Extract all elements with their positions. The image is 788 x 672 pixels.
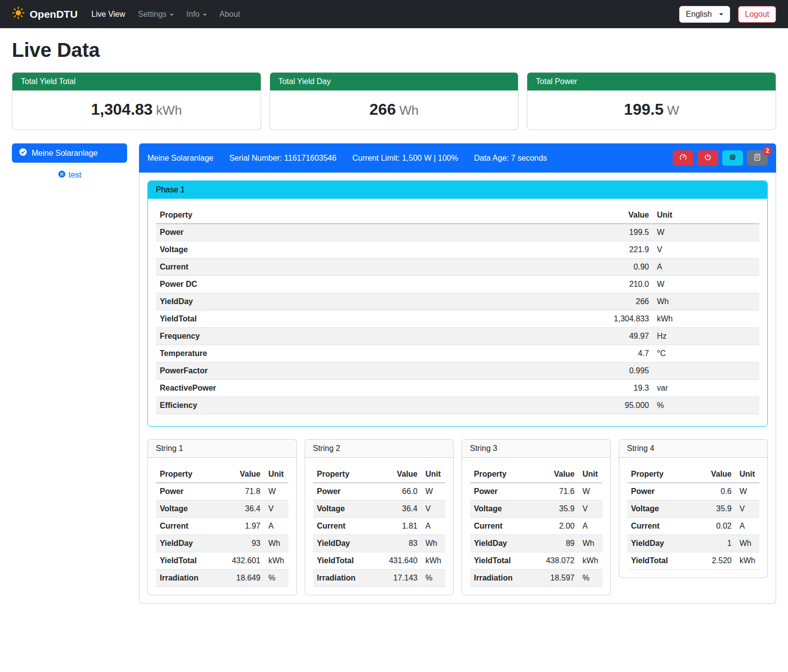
- nav-info-label: Info: [186, 10, 200, 19]
- unit-cell: Wh: [421, 535, 445, 552]
- unit-cell: %: [653, 397, 759, 414]
- column-property: Property: [470, 466, 542, 483]
- unit-cell: W: [421, 483, 445, 500]
- table-row: YieldDay 266 Wh: [156, 293, 759, 311]
- table-row: YieldDay 89 Wh: [470, 535, 603, 552]
- table-row: ReactivePower 19.3 var: [156, 380, 759, 397]
- value-cell: 93: [228, 535, 265, 552]
- nav-settings[interactable]: Settings: [138, 10, 174, 19]
- logout-button[interactable]: Logout: [738, 6, 776, 23]
- card-value-area: 1,304.83kWh: [12, 90, 261, 130]
- brand-label: OpenDTU: [30, 8, 78, 20]
- unit-cell: °C: [653, 345, 759, 362]
- string-1-table: Property Value Unit Power 71.8 W Voltage…: [156, 466, 288, 587]
- unit-cell: V: [736, 500, 759, 518]
- unit-cell: A: [421, 518, 445, 535]
- value-cell: 49.97: [569, 328, 653, 345]
- value-cell: 18.649: [228, 570, 265, 587]
- page-title: Live Data: [12, 39, 776, 61]
- table-row: Power 71.6 W: [470, 483, 603, 500]
- property-cell: YieldTotal: [470, 552, 542, 570]
- string-3-body: Property Value Unit Power 71.6 W Voltage…: [462, 458, 610, 587]
- unit-cell: A: [265, 518, 288, 535]
- table-row: Irradiation 17.143 %: [313, 570, 446, 587]
- value-cell: 19.3: [569, 380, 653, 397]
- value-cell: 66.0: [385, 483, 421, 500]
- value-cell: 4.7: [569, 345, 653, 362]
- card-title: Total Yield Total: [12, 73, 261, 90]
- property-cell: Voltage: [470, 500, 542, 518]
- property-cell: Voltage: [156, 500, 228, 518]
- limit-settings-button[interactable]: [673, 150, 694, 166]
- language-select[interactable]: English: [679, 6, 730, 23]
- brand[interactable]: OpenDTU: [12, 6, 78, 22]
- property-cell: YieldDay: [627, 535, 700, 552]
- nav-live-view[interactable]: Live View: [92, 10, 125, 19]
- unit-cell: W: [736, 483, 759, 500]
- card-value-area: 199.5W: [527, 90, 776, 130]
- nav-info[interactable]: Info: [186, 10, 207, 19]
- table-header-row: Property Value Unit: [470, 466, 603, 483]
- column-property: Property: [313, 466, 385, 483]
- property-cell: YieldTotal: [156, 311, 569, 328]
- value-cell: 36.4: [228, 500, 265, 518]
- value-cell: 71.8: [228, 483, 265, 500]
- value-cell: 95.000: [569, 397, 653, 414]
- table-row: YieldDay 93 Wh: [156, 535, 288, 552]
- table-row: Power 71.8 W: [156, 483, 288, 500]
- property-cell: Power: [313, 483, 385, 500]
- table-row: Temperature 4.7 °C: [156, 345, 759, 362]
- inverter-name: Meine Solaranlage: [147, 154, 213, 163]
- inverter-select-button[interactable]: Meine Solaranlage: [12, 143, 127, 163]
- table-row: PowerFactor 0.995: [156, 362, 759, 380]
- value-cell: 1,304.833: [569, 311, 653, 328]
- property-cell: YieldDay: [313, 535, 385, 552]
- string-4-card: String 4 Property Value Unit: [619, 439, 768, 578]
- column-unit: Unit: [653, 207, 759, 224]
- property-cell: Power DC: [156, 276, 569, 293]
- x-circle-icon[interactable]: [58, 170, 66, 180]
- nav-live-view-label: Live View: [92, 10, 125, 19]
- journal-list-icon: [753, 153, 761, 163]
- event-log-button[interactable]: 2: [747, 150, 768, 166]
- unit-cell: [653, 362, 759, 380]
- property-cell: Current: [470, 518, 542, 535]
- table-row: YieldDay 1 Wh: [627, 535, 760, 552]
- device-info-button[interactable]: [722, 150, 743, 166]
- unit-cell: %: [421, 570, 445, 587]
- unit-cell: Wh: [579, 535, 603, 552]
- property-cell: YieldDay: [470, 535, 542, 552]
- inverter-serial: Serial Number: 116171603546: [229, 154, 336, 163]
- table-row: Frequency 49.97 Hz: [156, 328, 759, 345]
- column-property: Property: [627, 466, 700, 483]
- column-value: Value: [569, 207, 653, 224]
- power-settings-button[interactable]: [697, 150, 718, 166]
- table-row: Power 199.5 W: [156, 224, 759, 241]
- nav-about[interactable]: About: [220, 10, 240, 19]
- chevron-down-icon: [170, 14, 174, 16]
- table-row: Current 1.81 A: [313, 518, 446, 535]
- property-cell: YieldTotal: [156, 552, 228, 570]
- property-cell: Efficiency: [156, 397, 569, 414]
- total-yield-total-value: 1,304.83: [91, 100, 153, 118]
- value-cell: 0.90: [569, 259, 653, 276]
- table-row: Efficiency 95.000 %: [156, 397, 759, 414]
- secondary-inverter-link[interactable]: test: [69, 171, 82, 179]
- table-row: Power 66.0 W: [313, 483, 446, 500]
- table-row: Current 0.90 A: [156, 259, 759, 276]
- value-cell: 221.9: [569, 241, 653, 259]
- table-row: Power 0.6 W: [627, 483, 760, 500]
- unit-cell: V: [653, 241, 759, 259]
- value-cell: 35.9: [700, 500, 736, 518]
- string-1-body: Property Value Unit Power 71.8 W Voltage…: [148, 458, 296, 587]
- total-yield-day-value: 266: [370, 100, 396, 118]
- unit-cell: V: [421, 500, 445, 518]
- property-cell: Irradiation: [470, 570, 542, 587]
- column-unit: Unit: [579, 466, 603, 483]
- string-4-body: Property Value Unit Power 0.6 W Voltage …: [619, 458, 768, 570]
- column-value: Value: [228, 466, 265, 483]
- value-cell: 432.601: [228, 552, 265, 570]
- property-cell: Voltage: [627, 500, 700, 518]
- total-yield-day-card: Total Yield Day 266Wh: [270, 72, 519, 130]
- string-3-table: Property Value Unit Power 71.6 W Voltage…: [470, 466, 603, 587]
